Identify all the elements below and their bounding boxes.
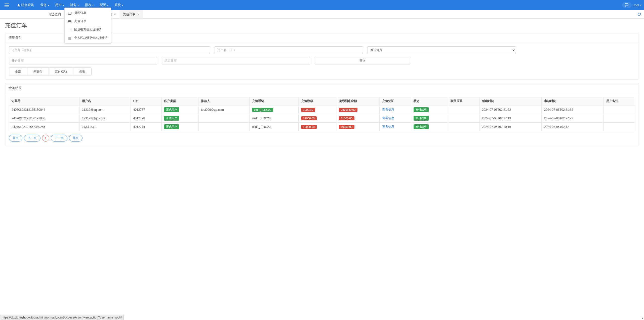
table-row: 24070602271286192986123123@qq.com4012778… bbox=[9, 114, 635, 123]
account-type-badge: 正式用户 bbox=[164, 116, 179, 121]
dropdown-item-label: 个人区块链充值地址维护 bbox=[74, 36, 107, 40]
nav-item-label: 配置 bbox=[100, 3, 106, 7]
cell-acct: 正式用户 bbox=[162, 123, 198, 131]
refresh-button[interactable] bbox=[634, 10, 644, 18]
amount-badge: 1000.00 bbox=[301, 108, 315, 112]
filter-tab-1[interactable]: 未支付 bbox=[27, 68, 49, 76]
col-header-8: 充值凭证 bbox=[380, 97, 411, 105]
cell-received: 11000.00 bbox=[336, 114, 379, 123]
cell-status: 支付成功 bbox=[411, 114, 448, 123]
dropdown-item-label: 区块链充值地址维护 bbox=[74, 27, 101, 32]
table-row: 2407060231217515084411212@qq.com4012777正… bbox=[9, 105, 635, 114]
cell-reviewed: 2024-07-06T02:27:22 bbox=[541, 114, 603, 123]
status-badge: 支付成功 bbox=[414, 107, 429, 112]
cell-reviewed: 2024-07-06T02:31:32 bbox=[541, 105, 603, 114]
caret-down-icon: ▾ bbox=[48, 4, 49, 7]
start-date-input[interactable] bbox=[9, 57, 157, 64]
status-badge: 支付成功 bbox=[414, 116, 429, 121]
received-badge: 2869540.00 bbox=[339, 108, 357, 112]
user-menu[interactable]: root ▾ bbox=[634, 3, 641, 7]
col-header-3: 账户类型 bbox=[162, 97, 198, 105]
amount-badge: 10000.00 bbox=[301, 125, 317, 129]
cell-created: 2024-07-06T02:31:22 bbox=[479, 105, 541, 114]
close-icon[interactable]: ✕ bbox=[137, 13, 139, 16]
pager-first[interactable]: 首页 bbox=[9, 135, 22, 141]
query-button[interactable]: 查询 bbox=[315, 57, 410, 64]
col-header-2: UID bbox=[131, 97, 162, 105]
chat-button[interactable] bbox=[622, 2, 632, 8]
nav-item-label: 用户 bbox=[55, 3, 62, 7]
cell-remark bbox=[603, 123, 635, 131]
list-icon bbox=[68, 36, 72, 40]
cell-remark bbox=[603, 114, 635, 123]
dropdown-item-3[interactable]: 个人区块链充值地址维护 bbox=[65, 34, 111, 42]
voucher-link[interactable]: 查看信息 bbox=[382, 116, 394, 120]
nav-item-5[interactable]: 系统▾ bbox=[111, 0, 126, 10]
dropdown-item-label: 提现订单 bbox=[74, 11, 86, 15]
status-badge: 支付成功 bbox=[414, 124, 429, 129]
filter-tab-2[interactable]: 支付成功 bbox=[49, 68, 73, 76]
account-select[interactable]: 所有账号 bbox=[368, 46, 516, 54]
caret-down-icon: ▾ bbox=[77, 4, 79, 7]
dropdown-item-0[interactable]: 提现订单 bbox=[65, 9, 111, 17]
end-date-input[interactable] bbox=[162, 57, 310, 64]
pager-next[interactable]: 下一页 bbox=[51, 135, 67, 141]
cell-remark bbox=[603, 105, 635, 114]
order-input[interactable] bbox=[9, 46, 210, 54]
svg-rect-1 bbox=[68, 13, 71, 13]
received-badge: 11000.00 bbox=[339, 116, 354, 120]
dropdown-item-2[interactable]: 区块链充值地址维护 bbox=[65, 25, 111, 34]
cell-order: 24070602312175150844 bbox=[9, 105, 79, 114]
card-icon bbox=[68, 11, 72, 15]
dropdown-item-label: 充值订单 bbox=[74, 19, 86, 23]
dropdown-item-1[interactable]: 充值订单 bbox=[65, 17, 111, 25]
pagination: 首页 上一页 1 下一页 尾页 bbox=[9, 135, 635, 141]
col-header-10: 驳回原因 bbox=[448, 97, 479, 105]
cell-referrer bbox=[198, 114, 249, 123]
cell-voucher: 查看信息 bbox=[380, 105, 411, 114]
cell-order: 24070602271286192986 bbox=[9, 114, 79, 123]
cell-reject bbox=[448, 123, 479, 131]
hamburger-icon[interactable] bbox=[3, 2, 11, 8]
col-header-6: 充值数额 bbox=[298, 97, 336, 105]
cell-acct: 正式用户 bbox=[162, 105, 198, 114]
filter-tab-0[interactable]: 全部 bbox=[9, 68, 27, 76]
cell-amount: 1000.00 bbox=[298, 105, 336, 114]
col-header-13: 用户备注 bbox=[603, 97, 635, 105]
cell-user: 11333333 bbox=[79, 123, 131, 131]
cell-voucher: 查看信息 bbox=[380, 114, 411, 123]
nav-item-0[interactable]: 业务▾ bbox=[37, 0, 52, 10]
table-row: 24070602101557340255113333334012774正式用户u… bbox=[9, 123, 635, 131]
close-icon[interactable]: ✕ bbox=[114, 13, 116, 16]
tab-0[interactable]: 综合查询 bbox=[45, 10, 64, 18]
caret-down-icon: ▾ bbox=[122, 4, 123, 7]
cell-order: 24070602101557340255 bbox=[9, 123, 79, 131]
pager-page-1[interactable]: 1 bbox=[42, 135, 49, 141]
filter-tab-3[interactable]: 失败 bbox=[73, 68, 91, 76]
cell-reject bbox=[448, 114, 479, 123]
col-header-12: 审核时间 bbox=[541, 97, 603, 105]
results-panel-title: 查询结果 bbox=[5, 83, 639, 93]
user-input[interactable] bbox=[215, 46, 363, 54]
results-table: 订单号用户名UID账户类型推荐人充值币链充值数额实际到账金额充值凭证状态驳回原因… bbox=[9, 97, 635, 131]
voucher-link[interactable]: 查看信息 bbox=[382, 125, 394, 128]
nav-home-label: 综合查询 bbox=[21, 3, 34, 7]
nav-item-label: 业务 bbox=[40, 3, 47, 7]
cell-uid: 4012774 bbox=[131, 123, 162, 131]
col-header-11: 创建时间 bbox=[479, 97, 541, 105]
cell-voucher: 查看信息 bbox=[380, 123, 411, 131]
nav-home[interactable]: 综合查询 bbox=[14, 0, 37, 10]
cell-user: 123123@qq.com bbox=[79, 114, 131, 123]
cell-created: 2024-07-06T02:27:13 bbox=[479, 114, 541, 123]
col-header-0: 订单号 bbox=[9, 97, 79, 105]
status-filter-tabs: 全部未支付支付成功失败 bbox=[9, 67, 92, 76]
tab-label: 充值订单 bbox=[123, 12, 135, 17]
home-icon bbox=[17, 3, 20, 7]
voucher-link[interactable]: 查看信息 bbox=[382, 108, 394, 111]
pager-last[interactable]: 尾页 bbox=[69, 135, 83, 141]
cell-referrer: test006@qq.com bbox=[198, 105, 249, 114]
pager-prev[interactable]: 上一页 bbox=[24, 135, 41, 141]
col-header-7: 实际到账金额 bbox=[336, 97, 379, 105]
tab-4[interactable]: 充值订单✕ bbox=[119, 10, 143, 18]
chain-badge: ERC20 bbox=[260, 108, 273, 112]
